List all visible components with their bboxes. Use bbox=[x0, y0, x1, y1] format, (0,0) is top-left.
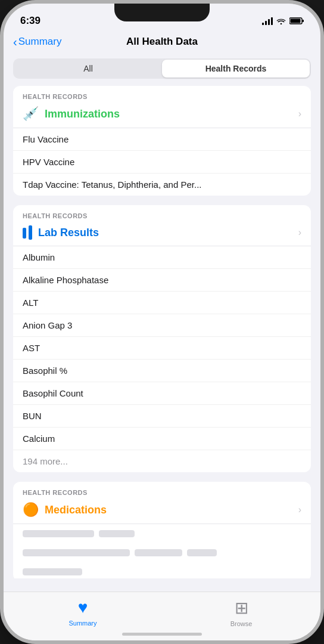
immunizations-category-label: HEALTH RECORDS bbox=[13, 86, 311, 104]
wifi-icon bbox=[276, 17, 286, 24]
list-item: Tdap Vaccine: Tetanus, Diphtheria, and P… bbox=[13, 174, 311, 196]
grid-icon: ⊞ bbox=[235, 598, 248, 618]
list-item: Alkaline Phosphatase bbox=[13, 269, 311, 292]
back-button[interactable]: ‹ Summary bbox=[13, 35, 61, 49]
page-title: All Health Data bbox=[126, 36, 198, 48]
status-icons bbox=[262, 17, 304, 25]
content-scroll[interactable]: HEALTH RECORDS 💉 Immunizations › Flu Vac… bbox=[4, 86, 320, 578]
home-indicator bbox=[122, 633, 202, 636]
immunizations-title-left: 💉 Immunizations bbox=[23, 106, 120, 122]
battery-icon bbox=[289, 17, 304, 24]
immunizations-section: HEALTH RECORDS 💉 Immunizations › Flu Vac… bbox=[13, 86, 311, 196]
lab-results-more: 194 more... bbox=[13, 450, 311, 472]
status-time: 6:39 bbox=[20, 15, 40, 27]
medications-section: HEALTH RECORDS 🟠 Medications › bbox=[13, 482, 311, 578]
screen: 6:39 ‹ bbox=[4, 4, 320, 640]
volume-down-button bbox=[0, 117, 2, 138]
blurred-row bbox=[13, 524, 311, 543]
back-label: Summary bbox=[18, 36, 62, 48]
list-item: Basophil Count bbox=[13, 382, 311, 405]
medications-title-left: 🟠 Medications bbox=[23, 502, 107, 518]
list-item: AST bbox=[13, 337, 311, 360]
list-item: Calcium bbox=[13, 428, 311, 450]
list-item: BUN bbox=[13, 405, 311, 428]
mute-switch bbox=[0, 63, 2, 80]
lab-results-title: Lab Results bbox=[38, 227, 99, 239]
tab-browse[interactable]: ⊞ Browse bbox=[162, 598, 320, 627]
tab-summary-label: Summary bbox=[68, 620, 96, 627]
immunizations-title-row[interactable]: 💉 Immunizations › bbox=[13, 104, 311, 128]
list-item: Anion Gap 3 bbox=[13, 314, 311, 337]
status-bar: 6:39 bbox=[4, 4, 320, 33]
medications-category-label: HEALTH RECORDS bbox=[13, 482, 311, 500]
nav-bar: ‹ Summary All Health Data bbox=[4, 33, 320, 54]
segment-control: All Health Records bbox=[13, 58, 311, 79]
blurred-row bbox=[13, 562, 311, 578]
lab-results-chevron-icon: › bbox=[298, 227, 301, 238]
immunizations-chevron-icon: › bbox=[298, 109, 301, 119]
immunizations-title: Immunizations bbox=[45, 108, 120, 120]
tab-browse-label: Browse bbox=[230, 620, 253, 627]
lab-results-section: HEALTH RECORDS Lab Results › Albumin Alk… bbox=[13, 205, 311, 472]
back-chevron-icon: ‹ bbox=[13, 35, 17, 49]
lab-bars-icon bbox=[23, 225, 32, 240]
svg-rect-1 bbox=[303, 20, 304, 22]
blurred-row bbox=[13, 543, 311, 562]
pills-icon: 🟠 bbox=[23, 502, 39, 518]
list-item: Albumin bbox=[13, 246, 311, 269]
signal-icon bbox=[262, 17, 273, 25]
segment-all[interactable]: All bbox=[14, 60, 162, 78]
tab-summary[interactable]: ♥ Summary bbox=[4, 598, 162, 627]
svg-rect-2 bbox=[291, 19, 301, 23]
phone-frame: 6:39 ‹ bbox=[0, 0, 324, 644]
segment-health-records[interactable]: Health Records bbox=[162, 60, 310, 78]
list-item: ALT bbox=[13, 292, 311, 314]
syringe-icon: 💉 bbox=[23, 106, 39, 122]
power-button bbox=[322, 99, 324, 135]
medications-title: Medications bbox=[45, 504, 107, 516]
medications-title-row[interactable]: 🟠 Medications › bbox=[13, 500, 311, 524]
list-item: Basophil % bbox=[13, 360, 311, 382]
list-item: HPV Vaccine bbox=[13, 151, 311, 174]
medications-chevron-icon: › bbox=[298, 504, 301, 515]
lab-results-title-row[interactable]: Lab Results › bbox=[13, 223, 311, 246]
list-item: Flu Vaccine bbox=[13, 128, 311, 151]
lab-results-title-left: Lab Results bbox=[23, 225, 99, 240]
heart-icon: ♥ bbox=[78, 598, 88, 617]
lab-results-category-label: HEALTH RECORDS bbox=[13, 205, 311, 223]
volume-up-button bbox=[0, 87, 2, 109]
